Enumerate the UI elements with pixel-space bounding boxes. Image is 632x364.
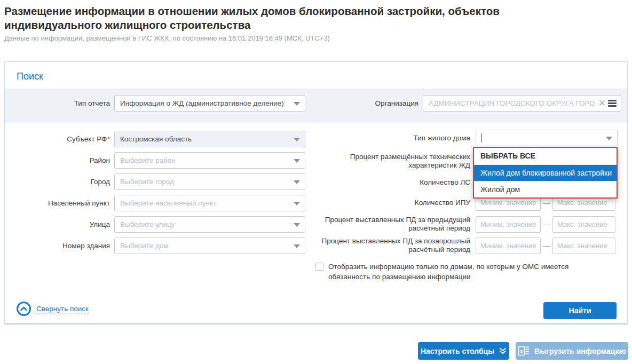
configure-columns-label: Настроить столбцы (421, 347, 494, 355)
export-information-label: Выгрузить информацию (534, 347, 626, 355)
range-dash: — (543, 220, 550, 228)
chevron-down-icon (294, 180, 300, 184)
pd-before-prev-max-input[interactable] (552, 238, 615, 254)
pd-before-prev-period-label: Процент выставленных ПД за позапрошлый р… (304, 237, 470, 254)
oms-filter-label: Отобразить информацию только по домам, п… (328, 262, 606, 282)
excel-icon: x (518, 346, 530, 356)
settlement-placeholder: Выберите населенный пункт (120, 199, 216, 207)
city-label: Город (5, 178, 110, 186)
house-type-dropdown: ВЫБРАТЬ ВСЕ Жилой дом блокированной заст… (473, 147, 618, 199)
settlement-label: Населенный пункт (5, 199, 110, 208)
chevron-down-icon (294, 102, 300, 106)
building-number-placeholder: Выберите дом (120, 242, 169, 250)
street-label: Улица (5, 220, 110, 229)
dropdown-option-blocked-house[interactable]: Жилой дом блокированной застройки (474, 165, 617, 181)
text-caret (481, 133, 482, 143)
page-subtitle: Данные по информации, размещённой в ГИС … (4, 34, 330, 42)
tech-percent-label: Процент размещённых технических характер… (304, 153, 470, 170)
collapse-search-link[interactable]: Свернуть поиск (36, 305, 89, 313)
district-label: Район (5, 156, 110, 165)
chevron-down-icon (294, 138, 300, 141)
pd-before-prev-min-input[interactable] (476, 238, 541, 254)
page-title: Размещение информации в отношении жилых … (4, 4, 575, 32)
street-placeholder: Выберите улицу (120, 220, 175, 228)
pd-prev-max-input[interactable] (552, 216, 615, 233)
report-type-select[interactable]: Информация о ЖД (административное делени… (114, 95, 305, 112)
ls-count-label: Количество ЛС (304, 178, 470, 187)
report-type-value: Информация о ЖД (административное делени… (120, 99, 284, 107)
search-panel-title: Поиск (17, 71, 43, 82)
chevron-down-icon (294, 223, 300, 227)
chevron-down-icon (606, 137, 612, 140)
subject-rf-value: Костромская область (120, 135, 192, 143)
chevron-down-icon (294, 202, 300, 205)
menu-icon[interactable] (608, 100, 617, 107)
oms-filter-row: Отобразить информацию только по домам, п… (315, 262, 607, 282)
pd-prev-min-input[interactable] (476, 216, 541, 233)
street-select[interactable]: Выберите улицу (114, 216, 305, 233)
oms-filter-checkbox[interactable] (315, 263, 323, 271)
building-number-select[interactable]: Выберите дом (114, 238, 305, 254)
find-button[interactable]: Найти (543, 302, 617, 319)
organization-field[interactable]: АДМИНИСТРАЦИЯ ГОРОДСКОГО ОКРУГА ГОРОД ..… (423, 95, 621, 112)
dropdown-option-select-all[interactable]: ВЫБРАТЬ ВСЕ (474, 148, 617, 165)
organization-value: АДМИНИСТРАЦИЯ ГОРОДСКОГО ОКРУГА ГОРОД ..… (429, 99, 595, 107)
subject-rf-label: Субъект РФ* (5, 135, 110, 144)
configure-columns-button[interactable]: Настроить столбцы (418, 342, 509, 360)
required-asterisk: * (107, 136, 110, 143)
report-type-label: Тип отчета (5, 99, 110, 108)
export-information-button[interactable]: x Выгрузить информацию (516, 342, 628, 360)
city-select[interactable]: Выберите город (114, 173, 305, 190)
collapse-chevron-up-icon[interactable] (17, 302, 31, 316)
chevron-down-icon (294, 244, 300, 248)
house-type-label: Тип жилого дома (304, 134, 470, 143)
range-dash: — (543, 199, 550, 207)
double-chevron-down-icon (499, 347, 507, 354)
district-placeholder: Выберите район (120, 156, 176, 164)
organization-label: Организация (321, 99, 418, 108)
pd-prev-period-label: Процент выставленных ПД за предыдущий ра… (304, 216, 470, 233)
settlement-select[interactable]: Выберите населенный пункт (114, 195, 305, 211)
district-select[interactable]: Выберите район (114, 152, 305, 169)
dropdown-option-house[interactable]: Жилой дом (474, 181, 617, 197)
clear-icon[interactable]: ✕ (598, 99, 606, 108)
chevron-down-icon (294, 159, 300, 163)
building-number-label: Номер здания (5, 242, 110, 250)
range-dash: — (543, 241, 550, 250)
search-panel: Поиск Тип отчета Информация о ЖД (админи… (4, 61, 628, 325)
subject-rf-select[interactable]: Костромская область (114, 131, 305, 147)
ipu-count-label: Количество ИПУ (304, 199, 470, 207)
house-type-select[interactable] (476, 130, 618, 146)
city-placeholder: Выберите город (120, 178, 174, 186)
svg-text:x: x (520, 349, 523, 354)
